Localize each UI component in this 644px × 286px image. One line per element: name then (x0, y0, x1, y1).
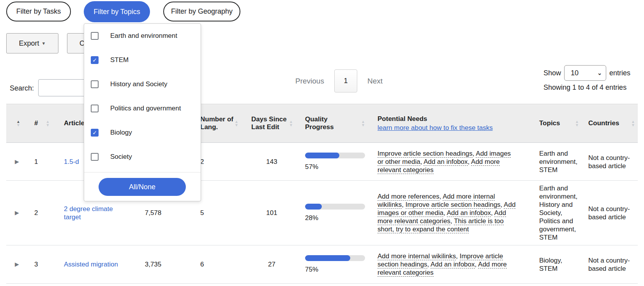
export-label: Export (19, 39, 39, 47)
need-task-link[interactable]: Add more references (378, 193, 439, 201)
panel-divider (84, 172, 201, 172)
expand-row-icon[interactable]: ▶ (15, 209, 19, 217)
topic-option[interactable]: Politics and government (84, 96, 201, 121)
expand-row-icon[interactable]: ▶ (15, 260, 19, 268)
days-since-edit-cell: 143 (245, 143, 302, 180)
checkbox-unchecked-icon[interactable] (91, 105, 99, 112)
learn-more-link[interactable]: learn more about how to fix these tasks (378, 124, 493, 132)
days-since-edit-cell: 101 (245, 181, 302, 245)
sort-desc-icon[interactable]: ▼ (235, 123, 238, 127)
header-countries[interactable]: Countries ▲▼ (583, 104, 638, 142)
topic-option[interactable]: Society (84, 145, 201, 169)
sort-icon[interactable]: ▲▼ (631, 120, 635, 127)
checkbox-checked-icon[interactable]: ✓ (91, 129, 99, 137)
needs-list: Add more internal wikilinks, Improve art… (378, 252, 518, 277)
topic-option[interactable]: ✓Biology (84, 121, 201, 145)
checkbox-unchecked-icon[interactable] (91, 153, 99, 161)
topics-cell: Earth and environment, History and Socie… (524, 181, 583, 245)
show-label: Show (543, 69, 561, 77)
sort-icon[interactable]: ▲▼ (361, 120, 365, 127)
all-none-button[interactable]: All/None (99, 178, 186, 196)
export-button[interactable]: Export▼ (6, 33, 58, 53)
topic-option-label: Politics and government (110, 105, 181, 112)
sort-desc-icon[interactable]: ▼ (361, 123, 365, 127)
filter-by-tasks-button[interactable]: Filter by Tasks (6, 2, 71, 21)
topics-option-list: Earth and environment✓STEMHistory and So… (84, 24, 201, 169)
sort-desc-icon[interactable]: ▼ (631, 123, 635, 127)
need-task-link[interactable]: Improve article section headings (378, 150, 473, 158)
potential-needs-cell: Add more internal wikilinks, Improve art… (372, 245, 524, 283)
checkbox-unchecked-icon[interactable] (91, 32, 99, 40)
article-link[interactable]: 2 degree climate target (64, 205, 126, 221)
entries-summary: Showing 1 to 4 of 4 entries (543, 83, 630, 92)
header-days-since-edit[interactable]: Days Since Last Edit ▲▼ (245, 104, 302, 142)
header-article-label: Article (64, 119, 85, 127)
progress-wrap: 57% (305, 153, 365, 171)
need-task-link[interactable]: Add an infobox (423, 158, 468, 166)
sort-icon[interactable]: ▲▼ (575, 120, 579, 127)
header-expand-column[interactable]: ▲▼ (6, 104, 30, 142)
checkbox-unchecked-icon[interactable] (91, 80, 99, 88)
expand-row-icon[interactable]: ▶ (15, 158, 19, 166)
pagination-previous-button[interactable]: Previous (295, 77, 324, 85)
countries-cell: Not a country-based article (583, 181, 638, 245)
sort-desc-icon[interactable]: ▼ (46, 123, 49, 127)
topic-option-label: STEM (110, 56, 129, 64)
need-task-link[interactable]: Add an infobox (431, 261, 475, 268)
header-days-label: Days Since Last Edit (251, 115, 287, 131)
progress-track (305, 204, 365, 210)
checkbox-checked-icon[interactable]: ✓ (91, 56, 99, 64)
countries-cell: Not a country-based article (583, 143, 638, 180)
sort-desc-icon[interactable]: ▼ (289, 123, 293, 127)
article-list-page: Filter by Tasks Filter by Topics Filter … (0, 0, 644, 286)
row-number-cell: 2 (30, 181, 56, 245)
needs-list: Improve article section headings, Add im… (378, 149, 518, 174)
caret-down-icon: ▼ (42, 41, 46, 46)
sort-desc-icon[interactable]: ▼ (575, 123, 579, 127)
sort-icon[interactable]: ▲▼ (235, 120, 238, 127)
header-quality-progress[interactable]: Quality Progress ▲▼ (302, 104, 372, 142)
topics-cell: Earth and environment, STEM (524, 143, 583, 180)
pagination: Previous 1 Next (295, 69, 383, 92)
header-number[interactable]: # ▲▼ (30, 104, 56, 142)
sort-desc-icon[interactable]: ▼ (16, 123, 20, 127)
potential-needs-cell: Improve article section headings, Add im… (372, 143, 524, 180)
progress-fill (305, 255, 350, 261)
need-task-link[interactable]: Improve article section headings (406, 201, 501, 209)
expand-cell: ▶ (6, 245, 30, 283)
filter-by-geography-button[interactable]: Filter by Geography (163, 2, 240, 21)
topic-option[interactable]: History and Society (84, 72, 201, 96)
sort-icon[interactable]: ▲▼ (46, 120, 49, 127)
topic-option[interactable]: ✓STEM (84, 48, 201, 72)
progress-wrap: 75% (305, 255, 365, 274)
need-task-link[interactable]: Add more internal wikilinks (378, 252, 456, 260)
topics-dropdown-panel: Earth and environment✓STEMHistory and So… (84, 23, 201, 201)
header-topics[interactable]: Topics ▲▼ (524, 104, 583, 142)
pagination-next-button[interactable]: Next (367, 77, 383, 85)
topic-option-label: Society (110, 153, 132, 161)
needs-list: Add more references, Add more internal w… (378, 192, 518, 233)
quality-progress-cell: 75% (302, 245, 372, 283)
need-task-link[interactable]: Add an infobox (447, 209, 491, 217)
header-quality-label: Quality Progress (305, 115, 348, 131)
progress-track (305, 255, 365, 261)
progress-percent-label: 28% (305, 214, 365, 222)
article-link[interactable]: 1.5-d (64, 158, 79, 166)
page-size-select[interactable]: 10 ⌄ (564, 65, 606, 81)
sort-icon[interactable]: ▲▼ (289, 120, 293, 127)
row-number-cell: 3 (30, 245, 56, 283)
article-cell: Assisted migration (56, 245, 135, 283)
article-link[interactable]: Assisted migration (64, 260, 118, 268)
header-countries-label: Countries (588, 119, 619, 127)
entries-block: Show 10 ⌄ entries Showing 1 to 4 of 4 en… (543, 65, 630, 92)
topic-option[interactable]: Earth and environment (84, 24, 201, 48)
header-languages-label: Number of Lang. (200, 115, 235, 131)
languages-cell: 6 (171, 245, 245, 283)
topic-option-label: Biology (110, 129, 132, 137)
progress-fill (305, 153, 339, 158)
sort-icon[interactable]: ▲▼ (16, 120, 20, 127)
progress-fill (305, 204, 322, 210)
filter-by-topics-button[interactable]: Filter by Topics (84, 1, 150, 22)
header-topics-label: Topics (539, 119, 560, 127)
pagination-page-button[interactable]: 1 (334, 69, 357, 92)
